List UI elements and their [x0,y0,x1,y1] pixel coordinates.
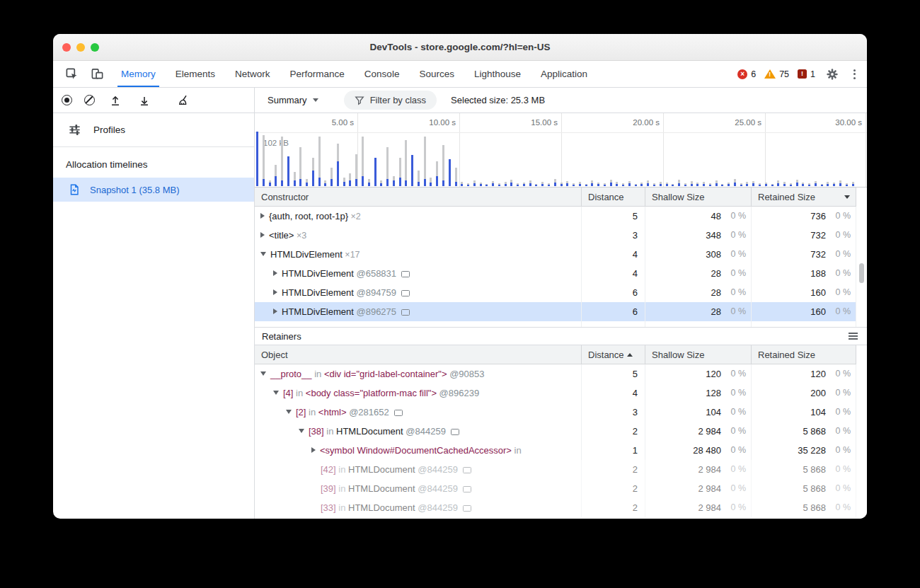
frame-icon[interactable] [401,309,410,316]
constructor-row[interactable]: HTMLDivElement @6588314280 %1880 % [255,264,856,283]
sidebar-item-snapshot-1[interactable]: Snapshot 1 (35.8 MB) [53,178,254,202]
column-shallow-size-retainers[interactable]: Shallow Size [645,345,752,364]
constructor-row[interactable]: {auth, root, root-1p} ×25480 %7360 % [255,207,856,226]
perspective-select[interactable]: Summary [262,95,324,105]
shallow-size-cell: 2 9840 % [645,422,752,441]
class-filter[interactable]: Filter by class [344,91,437,110]
class-filter-label: Filter by class [370,95,426,105]
disclosure-triangle[interactable] [273,289,277,295]
close-button[interactable] [62,43,71,52]
zoom-button[interactable] [91,43,99,52]
warning-badge[interactable]: 75 [764,69,789,79]
column-shallow-size[interactable]: Shallow Size [645,188,752,206]
record-icon[interactable] [62,95,72,105]
text-at: @90853 [447,369,485,379]
clear-all-profiles-icon[interactable] [84,95,95,105]
timeline-bar [472,133,478,186]
constructor-row[interactable]: HTMLDivElement @8962756280 %1600 % [255,302,856,321]
shallow-size-cell: 3480 % [645,226,752,245]
tab-elements[interactable]: Elements [166,61,225,87]
constructor-row[interactable]: HTMLDivElement @8966280 %1600 % [255,321,856,327]
timeline-bar [757,133,764,186]
bar-live [852,184,854,186]
gear-icon[interactable] [824,66,841,83]
disclosure-triangle[interactable] [311,447,316,453]
frame-icon[interactable] [463,505,471,512]
retainer-row[interactable]: [42] in HTMLDocument @84425922 9840 %5 8… [255,460,856,479]
constructor-row[interactable]: <title> ×333480 %7320 % [255,226,856,245]
text-edge: [39] [321,483,336,494]
disclosure-triangle[interactable] [273,391,279,395]
device-toolbar-icon[interactable] [88,66,105,83]
retainers-menu-icon[interactable] [849,333,858,340]
timeline-bar [584,133,590,186]
vertical-scrollbar[interactable] [859,263,864,283]
size-value: 2 984 [645,422,721,441]
save-profile-icon[interactable] [136,92,153,109]
frame-icon[interactable] [394,410,403,416]
disclosure-triangle[interactable] [260,232,265,238]
tab-sources[interactable]: Sources [409,61,464,87]
tune-icon[interactable] [66,122,83,139]
tab-lighthouse[interactable]: Lighthouse [464,61,531,87]
text-kw: in [512,445,522,456]
disclosure-triangle[interactable] [273,309,277,314]
column-constructor[interactable]: Constructor [255,188,582,206]
bar-live [256,132,258,186]
frame-icon[interactable] [401,290,410,296]
error-badge[interactable]: × 6 [737,69,756,79]
timeline-bar [261,133,268,186]
retainer-row[interactable]: [33] in HTMLDocument @84425922 9840 %5 8… [255,498,856,517]
issues-badge[interactable]: ! 1 [798,69,815,79]
name-cell: [4] in <body class="platform-mac fill"> … [255,384,582,403]
minimize-button[interactable] [76,43,85,52]
retainer-row[interactable]: <symbol Window#DocumentCachedAccessor> i… [255,441,856,460]
tab-performance[interactable]: Performance [280,61,355,87]
error-icon: × [737,69,747,79]
broom-icon[interactable] [175,92,192,109]
distance-cell: 2 [582,422,645,441]
bar-live [455,182,457,186]
frame-icon[interactable] [451,429,459,435]
tabbar-left-icons [60,66,111,83]
timeline-bar [360,133,367,186]
disclosure-triangle[interactable] [260,371,266,376]
retainer-row[interactable]: [38] in HTMLDocument @84425922 9840 %5 8… [255,422,856,441]
retainer-row[interactable]: __proto__ in <div id="grid-label-contain… [255,364,856,384]
column-object[interactable]: Object [255,345,582,364]
frame-icon[interactable] [463,486,471,492]
column-distance-retainers[interactable]: Distance [582,345,645,364]
disclosure-triangle[interactable] [260,252,266,256]
size-value: 28 [645,264,721,283]
column-retained-size-retainers[interactable]: Retained Size [752,345,856,364]
constructor-row[interactable]: HTMLDivElement @8947596280 %1600 % [255,283,856,302]
size-percent: 0 % [721,226,751,245]
size-value: 732 [752,226,826,245]
column-distance[interactable]: Distance [582,188,645,206]
shallow-size-cell: 2 9840 % [645,460,752,479]
load-profile-icon[interactable] [107,92,124,109]
disclosure-triangle[interactable] [260,213,265,219]
retainer-row[interactable]: [2] in <html> @28165231040 %1040 % [255,403,856,422]
size-percent: 0 % [826,226,856,245]
text-plain: <title> [269,230,294,241]
column-retained-size[interactable]: Retained Size [752,188,856,206]
tab-application[interactable]: Application [531,61,597,87]
allocation-timeline[interactable]: 5.00 s10.00 s15.00 s20.00 s25.00 s30.00 … [255,113,867,188]
inspect-icon[interactable] [63,66,80,83]
tab-console[interactable]: Console [355,61,410,87]
retainer-row[interactable]: [4] in <body class="platform-mac fill"> … [255,384,856,403]
retainer-row[interactable]: [39] in HTMLDocument @84425922 9840 %5 8… [255,479,856,498]
disclosure-triangle[interactable] [273,270,277,276]
disclosure-triangle[interactable] [286,410,292,414]
frame-icon[interactable] [463,467,471,473]
tab-memory[interactable]: Memory [111,61,166,87]
constructor-row[interactable]: HTMLDivElement ×1743080 %7320 % [255,245,856,264]
disclosure-triangle[interactable] [299,429,304,433]
more-options-icon[interactable] [849,69,860,79]
tab-network[interactable]: Network [225,61,280,87]
frame-icon[interactable] [401,271,410,277]
timeline-bar [454,133,460,186]
bar-live [833,184,835,186]
timeline-bar [398,133,404,186]
